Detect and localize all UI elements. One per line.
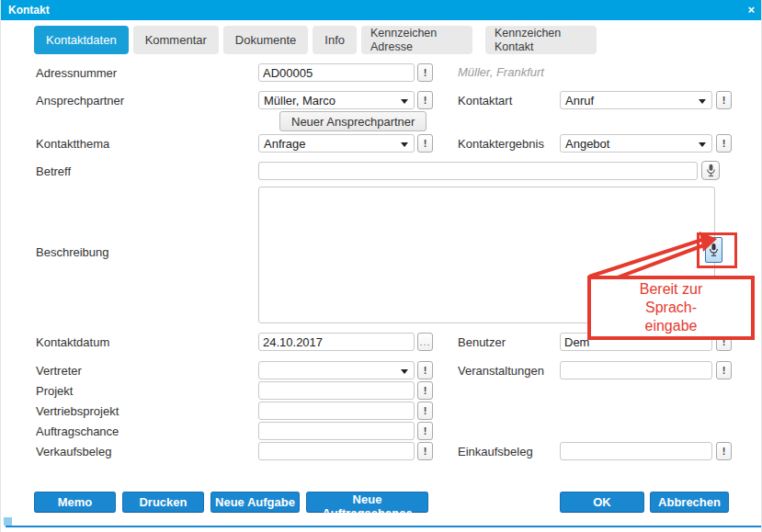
- vertreter-select[interactable]: [258, 361, 415, 379]
- auftragschance-input[interactable]: [258, 422, 415, 440]
- kontaktdatum-browse-button[interactable]: ...: [417, 333, 433, 351]
- tab-kennzeichen-adresse[interactable]: Kennzeichen Adresse: [361, 26, 472, 54]
- betreff-mic-button[interactable]: [701, 161, 720, 180]
- kontaktergebnis-select[interactable]: Angebot: [560, 134, 712, 153]
- annotation-line: eingabe: [645, 317, 698, 335]
- beschreibung-label: Beschreibung: [36, 245, 109, 259]
- dropdown-caret-icon: [401, 99, 408, 104]
- veranstaltungen-lookup-button[interactable]: !: [716, 361, 732, 379]
- adressnummer-label: Adressnummer: [36, 66, 117, 80]
- tab-bar: Kontaktdaten Kommentar Dokumente Info Ke…: [34, 26, 597, 54]
- tab-kontaktdaten[interactable]: Kontaktdaten: [34, 26, 129, 54]
- kontaktdatum-label: Kontaktdatum: [36, 335, 109, 349]
- einkaufsbeleg-input[interactable]: [560, 442, 712, 460]
- kontaktart-lookup-button[interactable]: !: [716, 91, 732, 109]
- ok-button[interactable]: OK: [560, 492, 644, 513]
- verkaufsbeleg-lookup-button[interactable]: !: [417, 442, 433, 460]
- dropdown-caret-icon: [699, 99, 706, 104]
- tab-dokumente[interactable]: Dokumente: [223, 26, 308, 54]
- kontaktthema-select[interactable]: Anfrage: [258, 134, 415, 153]
- vertreter-label: Vertreter: [36, 364, 82, 378]
- tab-kommentar[interactable]: Kommentar: [133, 26, 219, 54]
- dialog-title: Kontakt: [8, 4, 50, 17]
- verkaufsbeleg-input[interactable]: [258, 442, 415, 460]
- annotation-callout: Bereit zur Sprach- eingabe: [587, 276, 755, 340]
- kontaktergebnis-lookup-button[interactable]: !: [716, 134, 732, 153]
- ansprechpartner-value: Müller, Marco: [264, 94, 336, 108]
- kontaktart-select[interactable]: Anruf: [560, 91, 712, 109]
- ansprechpartner-select[interactable]: Müller, Marco: [258, 91, 415, 109]
- auftragschance-label: Auftragschance: [36, 424, 119, 438]
- dropdown-caret-icon: [401, 142, 408, 147]
- tab-kennzeichen-kontakt[interactable]: Kennzeichen Kontakt: [485, 26, 597, 54]
- einkaufsbeleg-lookup-button[interactable]: !: [716, 442, 732, 460]
- betreff-label: Betreff: [36, 164, 71, 178]
- projekt-label: Projekt: [36, 384, 73, 398]
- microphone-icon: [706, 164, 716, 177]
- vertriebsprojekt-input[interactable]: [258, 402, 415, 420]
- projekt-lookup-button[interactable]: !: [417, 381, 433, 400]
- kontaktergebnis-label: Kontaktergebnis: [458, 137, 544, 151]
- ansprechpartner-lookup-button[interactable]: !: [417, 91, 433, 109]
- verkaufsbeleg-label: Verkaufsbeleg: [36, 445, 111, 458]
- veranstaltungen-label: Veranstaltungen: [458, 364, 544, 378]
- beschreibung-mic-button[interactable]: [705, 237, 722, 263]
- kontaktthema-value: Anfrage: [264, 137, 306, 151]
- benutzer-label: Benutzer: [458, 335, 506, 349]
- kontaktthema-lookup-button[interactable]: !: [417, 134, 433, 153]
- neue-auftragschance-button[interactable]: Neue Auftragschance: [306, 492, 428, 513]
- microphone-icon: [709, 243, 719, 257]
- abbrechen-button[interactable]: Abbrechen: [650, 492, 729, 513]
- dialog-bottom-border: [6, 526, 762, 527]
- kontaktthema-label: Kontaktthema: [36, 137, 109, 151]
- adressnummer-input[interactable]: [258, 63, 415, 82]
- veranstaltungen-input[interactable]: [560, 361, 712, 379]
- dropdown-caret-icon: [699, 142, 706, 147]
- projekt-input[interactable]: [258, 381, 415, 400]
- ansprechpartner-label: Ansprechpartner: [36, 94, 124, 108]
- annotation-line: Bereit zur: [640, 280, 702, 299]
- dropdown-caret-icon: [401, 369, 408, 374]
- neuer-ansprechpartner-button[interactable]: Neuer Ansprechpartner: [279, 111, 426, 131]
- annotation-line: Sprach-: [645, 299, 697, 317]
- kontaktergebnis-value: Angebot: [565, 137, 609, 151]
- address-hint: Müller, Frankfurt: [458, 65, 544, 79]
- kontakt-dialog: Kontakt × Kontaktdaten Kommentar Dokumen…: [0, 0, 762, 532]
- dialog-titlebar: Kontakt ×: [1, 0, 762, 20]
- tab-info[interactable]: Info: [313, 26, 357, 54]
- kontaktdatum-input[interactable]: [258, 333, 415, 351]
- neue-aufgabe-button[interactable]: Neue Aufgabe: [210, 492, 300, 513]
- resize-handle[interactable]: [4, 517, 12, 526]
- kontaktart-value: Anruf: [565, 94, 594, 108]
- vertriebsprojekt-label: Vertriebsprojekt: [36, 404, 119, 418]
- kontaktart-label: Kontaktart: [458, 94, 512, 108]
- vertriebsprojekt-lookup-button[interactable]: !: [417, 402, 433, 420]
- betreff-input[interactable]: [258, 162, 698, 180]
- vertreter-lookup-button[interactable]: !: [417, 361, 433, 379]
- adressnummer-lookup-button[interactable]: !: [417, 63, 433, 82]
- drucken-button[interactable]: Drucken: [122, 492, 204, 513]
- close-icon[interactable]: ×: [747, 0, 755, 20]
- auftragschance-lookup-button[interactable]: !: [417, 422, 433, 440]
- einkaufsbeleg-label: Einkaufsbeleg: [458, 445, 533, 458]
- memo-button[interactable]: Memo: [34, 492, 116, 513]
